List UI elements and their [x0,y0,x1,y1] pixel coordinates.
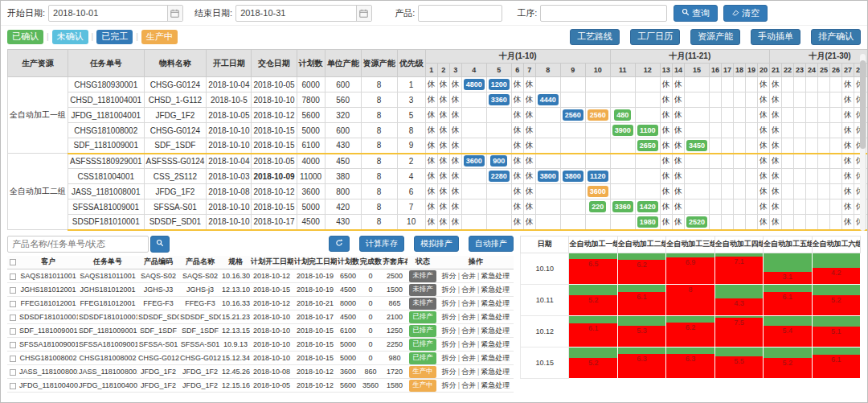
toolbar-button-5[interactable]: 排产确认 [811,29,861,45]
toolbar-button-4[interactable]: 手动插单 [751,29,800,45]
gantt-task-bar[interactable]: 3600 [588,186,608,197]
capacity-col-header: 全自动加工六组 [812,236,860,253]
op-link-2[interactable]: 合并 [461,381,476,389]
gantt-task-bar[interactable]: 3600 [464,155,485,167]
toolbar-button-3[interactable]: 资源产能 [690,29,740,45]
gantt-task-bar[interactable]: 3360 [489,94,510,105]
op-link-2[interactable]: 合并 [461,272,476,280]
op-link-2[interactable]: 合并 [461,340,476,348]
gantt-task-bar[interactable]: 900 [490,155,507,167]
gantt-task-bar[interactable]: 2280 [489,171,510,182]
row-checkbox[interactable] [10,356,16,362]
op-link-1[interactable]: 拆分 [442,327,457,335]
orders-button-2[interactable]: 模拟排产 [414,236,459,252]
gantt-task-bar[interactable]: 3800 [563,171,583,182]
calendar-icon[interactable] [167,6,182,21]
product-name-cell: SDF_1SDF [179,324,221,338]
row-checkbox[interactable] [10,342,16,348]
gantt-task-bar[interactable]: 3450 [686,140,707,151]
legend-badge-1[interactable]: 已确认 [7,30,43,44]
gantt-scrollbar[interactable] [860,54,866,231]
op-link-1[interactable]: 拆分 [442,313,457,321]
op-link-3[interactable]: 紧急处理 [481,272,510,280]
op-link-2[interactable]: 合并 [461,313,476,321]
product-name-cell: SFSSA-S01 [179,338,221,352]
gantt-task-bar[interactable]: 220 [589,201,606,212]
query-button[interactable]: 查询 [674,5,718,22]
op-link-1[interactable]: 拆分 [442,368,457,376]
legend-badge-4[interactable]: 生产中 [141,30,178,44]
gantt-task-bar[interactable]: 1120 [588,171,608,182]
rest-day-cell: 休 [672,93,684,108]
capacity-cell: 5.3 [617,315,665,347]
gantt-task-bar[interactable]: 3900 [612,125,633,136]
operations-cell: 拆分|合并|紧急处理 [438,310,514,324]
end-date-input[interactable] [236,6,356,21]
op-link-2[interactable]: 合并 [461,286,476,294]
process-input[interactable] [541,6,666,21]
op-link-3[interactable]: 紧急处理 [481,313,510,321]
toolbar-button-1[interactable]: 工艺路线 [570,29,620,45]
op-link-1[interactable]: 拆分 [442,286,457,294]
op-link-3[interactable]: 紧急处理 [481,327,510,335]
toolbar-button-2[interactable]: 工厂日历 [630,29,680,45]
op-link-1[interactable]: 拆分 [442,299,457,307]
op-link-3[interactable]: 紧急处理 [481,340,510,348]
rest-day-cell: 休 [523,93,535,108]
op-link-3[interactable]: 紧急处理 [481,286,510,294]
op-link-3[interactable]: 紧急处理 [481,299,510,307]
refresh-button[interactable] [329,236,350,252]
row-checkbox[interactable] [10,383,16,389]
op-link-3[interactable]: 紧急处理 [481,381,510,389]
schedule-day-cell [782,199,794,215]
op-link-2[interactable]: 合并 [461,299,476,307]
op-link-2[interactable]: 合并 [461,354,476,362]
op-link-3[interactable]: 紧急处理 [481,368,510,376]
op-link-3[interactable]: 紧急处理 [481,354,510,362]
gantt-task-bar[interactable]: 1200 [489,79,510,90]
select-all-checkbox[interactable] [10,259,16,265]
schedule-day-cell: 3360 [610,199,635,215]
row-checkbox[interactable] [10,369,16,376]
product-name-cell: JFDG_1F2 [179,379,221,393]
gantt-task-bar[interactable]: 3360 [612,201,633,212]
gantt-task-bar[interactable]: 3800 [538,171,559,182]
gantt-task-bar[interactable]: 2560 [563,109,583,121]
product-code-cell: SAQS-S02 [137,269,179,283]
op-link-2[interactable]: 合并 [461,327,476,335]
clear-button[interactable]: 清空 [723,5,768,22]
op-link-1[interactable]: 拆分 [442,340,457,348]
rest-day-cell: 休 [842,108,854,123]
row-checkbox[interactable] [10,273,16,280]
gantt-task-bar[interactable]: 2560 [588,109,608,121]
schedule-day-cell [818,108,830,123]
stock-cell: 1500 [382,283,407,297]
op-link-1[interactable]: 拆分 [442,354,457,362]
gantt-task-bar[interactable]: 1420 [637,201,658,212]
gantt-task-bar[interactable]: 1980 [637,216,658,228]
row-checkbox[interactable] [10,315,16,321]
done-qty-cell: 0 [359,324,382,338]
orders-search-button[interactable] [150,236,170,253]
orders-search-input[interactable] [8,236,148,252]
gantt-task-bar[interactable]: 480 [614,109,631,121]
op-link-1[interactable]: 拆分 [442,272,457,280]
legend-badge-2[interactable]: 未确认 [52,30,88,44]
start-date-input[interactable] [49,6,167,21]
gantt-task-bar[interactable]: 4440 [538,94,559,105]
gantt-scrollbar-thumb[interactable] [860,60,866,149]
product-input[interactable] [419,6,502,21]
orders-button-1[interactable]: 计算库存 [359,236,404,252]
orders-button-3[interactable]: 自动排产 [469,236,514,252]
calendar-icon[interactable] [356,6,371,21]
row-checkbox[interactable] [10,287,16,294]
gantt-task-bar[interactable]: 1100 [637,125,658,136]
row-checkbox[interactable] [10,301,16,307]
op-link-2[interactable]: 合并 [461,368,476,376]
gantt-task-bar[interactable]: 2650 [637,140,658,151]
gantt-task-bar[interactable]: 2520 [686,216,707,228]
op-link-1[interactable]: 拆分 [442,381,457,389]
legend-badge-3[interactable]: 已完工 [96,30,133,44]
gantt-task-bar[interactable]: 4800 [464,79,485,90]
row-checkbox[interactable] [10,328,16,335]
